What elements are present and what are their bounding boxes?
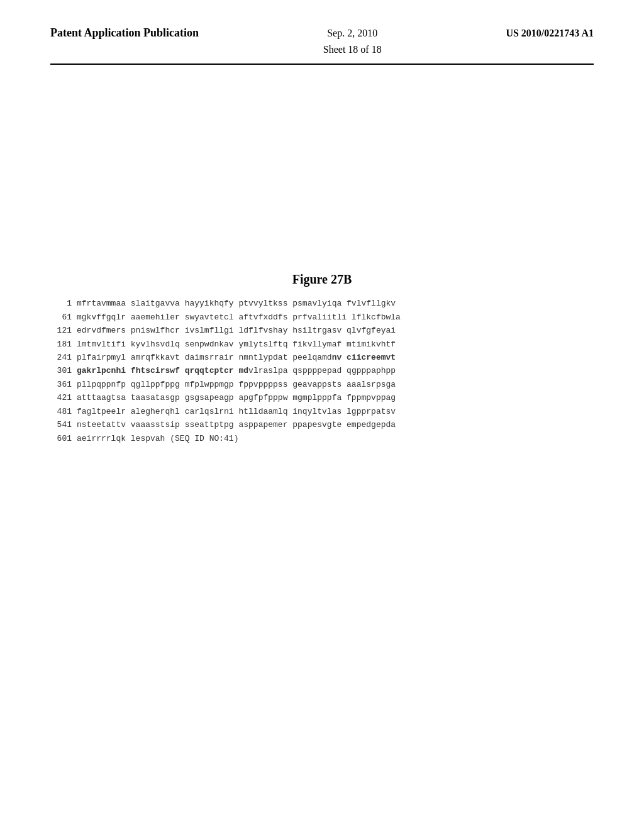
sequence-number: 541 — [50, 418, 77, 431]
header-center: Sep. 2, 2010 Sheet 18 of 18 — [323, 25, 382, 57]
publication-title: Patent Application Publication — [50, 25, 199, 41]
figure-section: Figure 27B 1mfrtavmmaa slaitgavva hayyik… — [50, 272, 594, 445]
sequence-data: edrvdfmers pniswlfhcr ivslmfllgi ldflfvs… — [77, 324, 594, 337]
sequence-number: 1 — [50, 297, 77, 310]
bold-sequence-segment: md — [238, 366, 248, 375]
sequence-number: 481 — [50, 405, 77, 418]
table-row: 601aeirrrrlqk lespvah (SEQ ID NO:41) — [50, 432, 594, 445]
publication-date: Sep. 2, 2010 — [323, 25, 382, 42]
sequence-number: 361 — [50, 378, 77, 391]
table-row: 241plfairpmyl amrqfkkavt daimsrrair nmnt… — [50, 351, 594, 364]
figure-title: Figure 27B — [50, 272, 594, 287]
sequence-number: 241 — [50, 351, 77, 364]
main-content: Figure 27B 1mfrtavmmaa slaitgavva hayyik… — [50, 84, 594, 458]
bold-sequence-segment: nv ciicreemvt — [332, 353, 396, 362]
table-row: 361pllpqppnfp qgllppfppg mfplwppmgp fppv… — [50, 378, 594, 391]
page-header: Patent Application Publication Sep. 2, 2… — [50, 25, 594, 65]
bold-sequence-segment: gakrlpcnhi — [77, 366, 126, 375]
sequence-number: 181 — [50, 338, 77, 351]
bold-sequence-segment: qrqqtcptcr — [185, 366, 234, 375]
sequence-data: mgkvffgqlr aaemehiler swyavtetcl aftvfxd… — [77, 311, 594, 324]
sequence-data: plfairpmyl amrqfkkavt daimsrrair nmntlyp… — [77, 351, 594, 364]
sequence-block: 1mfrtavmmaa slaitgavva hayyikhqfy ptvvyl… — [50, 297, 594, 445]
table-row: 121edrvdfmers pniswlfhcr ivslmfllgi ldfl… — [50, 324, 594, 337]
table-row: 541nsteetattv vaaasstsip sseattptpg aspp… — [50, 418, 594, 431]
sequence-number: 601 — [50, 432, 77, 445]
table-row: 301gakrlpcnhi fhtscirswf qrqqtcptcr mdvl… — [50, 364, 594, 377]
table-row: 421atttaagtsa taasatasgp gsgsapeagp apgf… — [50, 391, 594, 404]
patent-page: Patent Application Publication Sep. 2, 2… — [0, 0, 644, 830]
sequence-number: 421 — [50, 391, 77, 404]
sequence-data: nsteetattv vaaasstsip sseattptpg asppape… — [77, 418, 594, 431]
sequence-data: fagltpeelr alegherqhl carlqslrni htlldaa… — [77, 405, 594, 418]
table-row: 481fagltpeelr alegherqhl carlqslrni htll… — [50, 405, 594, 418]
sequence-number: 61 — [50, 311, 77, 324]
sequence-data: aeirrrrlqk lespvah (SEQ ID NO:41) — [77, 432, 594, 445]
sequence-data: atttaagtsa taasatasgp gsgsapeagp apgfpfp… — [77, 391, 594, 404]
sequence-number: 121 — [50, 324, 77, 337]
sequence-data: pllpqppnfp qgllppfppg mfplwppmgp fppvppp… — [77, 378, 594, 391]
table-row: 181lmtmvltifi kyvlhsvdlq senpwdnkav ymly… — [50, 338, 594, 351]
sequence-data: mfrtavmmaa slaitgavva hayyikhqfy ptvvylt… — [77, 297, 594, 310]
table-row: 1mfrtavmmaa slaitgavva hayyikhqfy ptvvyl… — [50, 297, 594, 310]
bold-sequence-segment: fhtscirswf — [131, 366, 180, 375]
sequence-data: gakrlpcnhi fhtscirswf qrqqtcptcr mdvlras… — [77, 364, 594, 377]
table-row: 61mgkvffgqlr aaemehiler swyavtetcl aftvf… — [50, 311, 594, 324]
sequence-data: lmtmvltifi kyvlhsvdlq senpwdnkav ymlytsl… — [77, 338, 594, 351]
sequence-number: 301 — [50, 364, 77, 377]
sheet-info: Sheet 18 of 18 — [323, 42, 382, 58]
patent-number: US 2010/0221743 A1 — [506, 25, 594, 42]
